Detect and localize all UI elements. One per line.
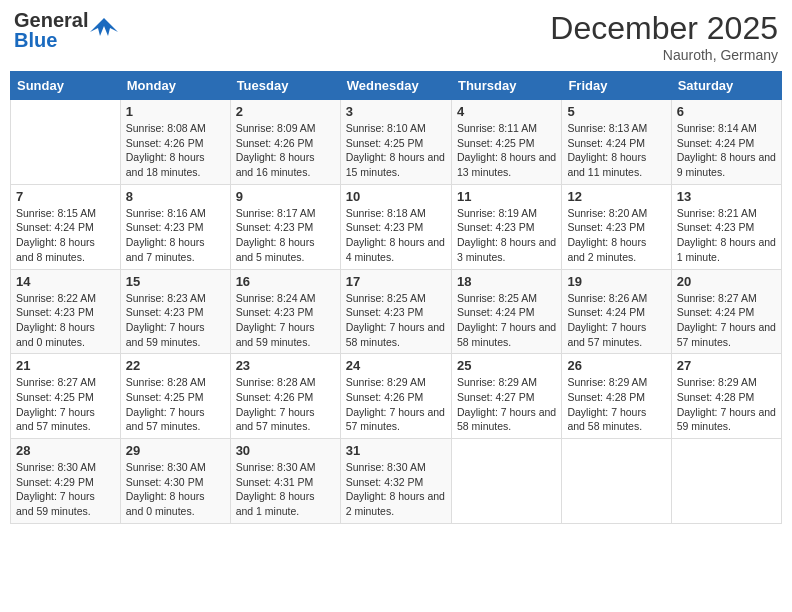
logo-general: General [14,10,88,30]
day-info: Sunrise: 8:30 AMSunset: 4:30 PMDaylight:… [126,460,225,519]
day-number: 25 [457,358,556,373]
day-cell: 24Sunrise: 8:29 AMSunset: 4:26 PMDayligh… [340,354,451,439]
day-info: Sunrise: 8:29 AMSunset: 4:28 PMDaylight:… [677,375,776,434]
week-row-5: 28Sunrise: 8:30 AMSunset: 4:29 PMDayligh… [11,439,782,524]
day-cell: 23Sunrise: 8:28 AMSunset: 4:26 PMDayligh… [230,354,340,439]
day-cell: 11Sunrise: 8:19 AMSunset: 4:23 PMDayligh… [451,184,561,269]
day-number: 24 [346,358,446,373]
col-header-saturday: Saturday [671,72,781,100]
title-block: December 2025 Nauroth, Germany [550,10,778,63]
day-cell: 15Sunrise: 8:23 AMSunset: 4:23 PMDayligh… [120,269,230,354]
day-number: 14 [16,274,115,289]
day-cell: 17Sunrise: 8:25 AMSunset: 4:23 PMDayligh… [340,269,451,354]
day-number: 5 [567,104,665,119]
day-cell: 13Sunrise: 8:21 AMSunset: 4:23 PMDayligh… [671,184,781,269]
day-cell: 28Sunrise: 8:30 AMSunset: 4:29 PMDayligh… [11,439,121,524]
day-cell: 14Sunrise: 8:22 AMSunset: 4:23 PMDayligh… [11,269,121,354]
day-info: Sunrise: 8:29 AMSunset: 4:28 PMDaylight:… [567,375,665,434]
day-info: Sunrise: 8:26 AMSunset: 4:24 PMDaylight:… [567,291,665,350]
day-cell: 2Sunrise: 8:09 AMSunset: 4:26 PMDaylight… [230,100,340,185]
day-number: 23 [236,358,335,373]
day-info: Sunrise: 8:28 AMSunset: 4:25 PMDaylight:… [126,375,225,434]
svg-marker-0 [90,18,118,36]
col-header-sunday: Sunday [11,72,121,100]
col-header-thursday: Thursday [451,72,561,100]
week-row-3: 14Sunrise: 8:22 AMSunset: 4:23 PMDayligh… [11,269,782,354]
day-number: 13 [677,189,776,204]
logo: General Blue [14,10,118,50]
day-number: 3 [346,104,446,119]
col-header-wednesday: Wednesday [340,72,451,100]
day-number: 1 [126,104,225,119]
day-info: Sunrise: 8:30 AMSunset: 4:32 PMDaylight:… [346,460,446,519]
day-number: 30 [236,443,335,458]
day-number: 19 [567,274,665,289]
col-header-monday: Monday [120,72,230,100]
day-info: Sunrise: 8:19 AMSunset: 4:23 PMDaylight:… [457,206,556,265]
day-number: 9 [236,189,335,204]
day-info: Sunrise: 8:09 AMSunset: 4:26 PMDaylight:… [236,121,335,180]
day-info: Sunrise: 8:24 AMSunset: 4:23 PMDaylight:… [236,291,335,350]
day-number: 28 [16,443,115,458]
day-number: 16 [236,274,335,289]
day-info: Sunrise: 8:22 AMSunset: 4:23 PMDaylight:… [16,291,115,350]
day-cell [671,439,781,524]
day-number: 20 [677,274,776,289]
day-number: 12 [567,189,665,204]
day-cell: 19Sunrise: 8:26 AMSunset: 4:24 PMDayligh… [562,269,671,354]
day-info: Sunrise: 8:21 AMSunset: 4:23 PMDaylight:… [677,206,776,265]
calendar-table: SundayMondayTuesdayWednesdayThursdayFrid… [10,71,782,524]
day-info: Sunrise: 8:11 AMSunset: 4:25 PMDaylight:… [457,121,556,180]
day-cell: 18Sunrise: 8:25 AMSunset: 4:24 PMDayligh… [451,269,561,354]
day-info: Sunrise: 8:25 AMSunset: 4:24 PMDaylight:… [457,291,556,350]
day-number: 4 [457,104,556,119]
logo-bird-icon [90,14,118,45]
col-header-tuesday: Tuesday [230,72,340,100]
week-row-4: 21Sunrise: 8:27 AMSunset: 4:25 PMDayligh… [11,354,782,439]
day-info: Sunrise: 8:27 AMSunset: 4:24 PMDaylight:… [677,291,776,350]
logo-blue: Blue [14,30,88,50]
day-cell: 5Sunrise: 8:13 AMSunset: 4:24 PMDaylight… [562,100,671,185]
day-cell: 21Sunrise: 8:27 AMSunset: 4:25 PMDayligh… [11,354,121,439]
day-cell: 6Sunrise: 8:14 AMSunset: 4:24 PMDaylight… [671,100,781,185]
day-number: 10 [346,189,446,204]
day-info: Sunrise: 8:27 AMSunset: 4:25 PMDaylight:… [16,375,115,434]
day-cell: 7Sunrise: 8:15 AMSunset: 4:24 PMDaylight… [11,184,121,269]
day-cell: 10Sunrise: 8:18 AMSunset: 4:23 PMDayligh… [340,184,451,269]
day-cell: 20Sunrise: 8:27 AMSunset: 4:24 PMDayligh… [671,269,781,354]
day-number: 17 [346,274,446,289]
day-number: 15 [126,274,225,289]
day-info: Sunrise: 8:23 AMSunset: 4:23 PMDaylight:… [126,291,225,350]
day-number: 7 [16,189,115,204]
day-cell: 25Sunrise: 8:29 AMSunset: 4:27 PMDayligh… [451,354,561,439]
day-info: Sunrise: 8:16 AMSunset: 4:23 PMDaylight:… [126,206,225,265]
day-cell [451,439,561,524]
week-row-1: 1Sunrise: 8:08 AMSunset: 4:26 PMDaylight… [11,100,782,185]
day-info: Sunrise: 8:15 AMSunset: 4:24 PMDaylight:… [16,206,115,265]
day-number: 29 [126,443,225,458]
day-info: Sunrise: 8:28 AMSunset: 4:26 PMDaylight:… [236,375,335,434]
day-number: 8 [126,189,225,204]
day-cell: 12Sunrise: 8:20 AMSunset: 4:23 PMDayligh… [562,184,671,269]
day-number: 21 [16,358,115,373]
calendar-header-row: SundayMondayTuesdayWednesdayThursdayFrid… [11,72,782,100]
week-row-2: 7Sunrise: 8:15 AMSunset: 4:24 PMDaylight… [11,184,782,269]
day-cell: 3Sunrise: 8:10 AMSunset: 4:25 PMDaylight… [340,100,451,185]
day-cell: 8Sunrise: 8:16 AMSunset: 4:23 PMDaylight… [120,184,230,269]
day-cell: 22Sunrise: 8:28 AMSunset: 4:25 PMDayligh… [120,354,230,439]
day-cell: 26Sunrise: 8:29 AMSunset: 4:28 PMDayligh… [562,354,671,439]
day-number: 6 [677,104,776,119]
day-number: 27 [677,358,776,373]
day-number: 26 [567,358,665,373]
day-info: Sunrise: 8:30 AMSunset: 4:29 PMDaylight:… [16,460,115,519]
day-cell: 30Sunrise: 8:30 AMSunset: 4:31 PMDayligh… [230,439,340,524]
day-number: 22 [126,358,225,373]
day-cell [562,439,671,524]
day-info: Sunrise: 8:20 AMSunset: 4:23 PMDaylight:… [567,206,665,265]
day-info: Sunrise: 8:29 AMSunset: 4:26 PMDaylight:… [346,375,446,434]
location-subtitle: Nauroth, Germany [550,47,778,63]
day-info: Sunrise: 8:17 AMSunset: 4:23 PMDaylight:… [236,206,335,265]
day-number: 31 [346,443,446,458]
page-header: General Blue December 2025 Nauroth, Germ… [10,10,782,63]
col-header-friday: Friday [562,72,671,100]
